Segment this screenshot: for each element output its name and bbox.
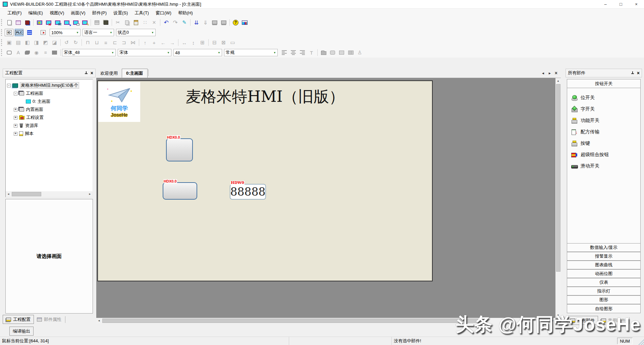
text-align-left-icon[interactable] — [280, 49, 289, 57]
tree-item-main-screen[interactable]: 0: 主画面 — [7, 97, 93, 106]
canvas-viewport[interactable]: 何同学 JoseHe 麦格米特HMI（旧版） HDX0.0 HDX0.0 HDW… — [96, 78, 561, 324]
minimize-button[interactable]: – — [598, 0, 613, 9]
ungroup-icon[interactable]: ▤ — [14, 39, 23, 47]
draw-text-icon[interactable]: A — [14, 49, 23, 57]
image-group-icon[interactable] — [328, 49, 337, 57]
delete-icon[interactable]: × — [150, 18, 159, 26]
tree-item-project-screens[interactable]: - 工程画面 — [7, 89, 93, 97]
pin-icon[interactable] — [631, 71, 634, 75]
section-indicator-lamp[interactable]: 指示灯 — [567, 287, 640, 295]
fit-size-icon[interactable]: ▭ — [228, 39, 237, 47]
expand-toggle-icon[interactable]: + — [14, 108, 17, 112]
tree-item-project-root[interactable]: - 麦格米特HMI旧.hmp{E:\0各个 — [7, 81, 93, 89]
show-id-button[interactable]: ID — [5, 29, 13, 36]
tab-scroll-right-icon[interactable]: ► — [548, 71, 551, 75]
text-align-right-icon[interactable] — [298, 49, 307, 57]
copy-icon[interactable] — [122, 18, 131, 26]
component-slide-switch[interactable]: 滑动开关 — [571, 160, 640, 172]
language-select[interactable]: 语言一 ▼ — [83, 29, 114, 36]
hmi-numeric-display[interactable]: HDW0 88888 — [230, 184, 266, 200]
close-button[interactable]: × — [629, 0, 644, 9]
download-icon[interactable]: ⇓ — [201, 18, 210, 26]
center-screen-icon[interactable]: + — [150, 39, 159, 47]
maximize-button[interactable]: □ — [613, 0, 629, 9]
component-word-switch[interactable]: 字开关 — [571, 104, 640, 115]
component-key[interactable]: 按键 — [571, 138, 640, 149]
list-view-icon[interactable] — [25, 28, 34, 37]
pin-icon[interactable] — [85, 71, 88, 75]
canvas-vertical-scrollbar[interactable]: ▲ ▼ — [555, 78, 561, 318]
menu-view[interactable]: 视图(V) — [46, 9, 67, 17]
new-project-icon[interactable] — [5, 18, 14, 26]
tree-item-scripts[interactable]: + 脚本 — [7, 130, 93, 138]
scrollbar-thumb[interactable] — [12, 192, 41, 196]
export-screen-icon[interactable]: ✎ — [80, 18, 89, 26]
close-panel-icon[interactable]: × — [637, 71, 640, 75]
text-align-center-icon[interactable] — [289, 49, 298, 57]
component-recipe-transfer[interactable]: 配方传输 — [571, 126, 640, 138]
scroll-up-icon[interactable]: ▲ — [555, 78, 561, 83]
resize-grip[interactable] — [638, 339, 644, 345]
table-icon[interactable] — [346, 49, 355, 57]
menu-project[interactable]: 工程(F) — [4, 9, 25, 17]
draw-line-icon[interactable]: ≡ — [41, 49, 50, 57]
rotate-right-icon[interactable]: ↻ — [71, 39, 80, 47]
section-button-switch[interactable]: 按钮开关 — [567, 79, 640, 88]
scrollbar-thumb[interactable] — [556, 84, 560, 272]
image-icon[interactable] — [337, 49, 346, 57]
toolbar-grip[interactable] — [1, 29, 3, 36]
combine-union-icon[interactable]: ◨ — [32, 39, 41, 47]
align-top-icon[interactable]: ⊓ — [83, 39, 92, 47]
font-preset-select[interactable]: 宋体_48 ▼ — [62, 49, 116, 56]
state-select[interactable]: 状态0 ▼ — [116, 29, 156, 36]
nudge-right-icon[interactable]: → — [168, 39, 177, 47]
toolbar-grip[interactable] — [1, 39, 3, 46]
component-function-switch[interactable]: 功能开关 — [571, 115, 640, 126]
section-animated-bitmap[interactable]: 动画位图 — [567, 269, 640, 278]
close-panel-icon[interactable]: × — [91, 71, 93, 75]
redo-icon[interactable]: ↷ — [171, 18, 180, 26]
screen-properties-icon[interactable] — [53, 18, 62, 26]
tab-welcome[interactable]: 欢迎使用 — [96, 69, 122, 78]
component-super-combo-button[interactable]: 超级组合按钮 — [571, 149, 640, 160]
nudge-left-icon[interactable]: ← — [159, 39, 168, 47]
group-icon[interactable]: ▣ — [5, 39, 14, 47]
scroll-left-icon[interactable]: ◄ — [6, 192, 11, 197]
rotate-left-icon[interactable]: ↺ — [62, 39, 71, 47]
same-width-icon[interactable]: ↔ — [180, 39, 189, 47]
grid-snap-icon[interactable] — [39, 28, 48, 37]
tree-horizontal-scrollbar[interactable]: ◄ ► — [6, 191, 93, 197]
section-chart-curve[interactable]: 图表曲线 — [567, 261, 640, 269]
menu-screen[interactable]: 画面(V) — [67, 9, 89, 17]
tree-item-resource-library[interactable]: + 资源库 — [7, 122, 93, 130]
library-folder-icon[interactable] — [319, 49, 328, 57]
menu-parts[interactable]: 部件(P) — [89, 9, 110, 17]
screen-manager-icon[interactable] — [71, 18, 80, 26]
menu-settings[interactable]: 设置(S) — [110, 9, 131, 17]
expand-toggle-icon[interactable]: + — [14, 124, 17, 128]
copy-screen-icon[interactable]: ↘ — [62, 18, 71, 26]
offline-simulate-icon[interactable] — [210, 18, 219, 26]
draw-rect-icon[interactable] — [5, 49, 14, 57]
combine-exclude-icon[interactable]: ◪ — [50, 39, 59, 47]
paste-icon[interactable] — [131, 18, 141, 26]
same-size-icon[interactable]: ⊞ — [198, 39, 207, 47]
tree-item-builtin-screens[interactable]: + 内置画面 — [7, 106, 93, 114]
section-graphics[interactable]: 图形 — [567, 295, 640, 304]
collapse-toggle-icon[interactable]: - — [14, 92, 17, 95]
v-spacing-icon[interactable]: ⊠ — [219, 39, 228, 47]
new-screen-icon[interactable]: ✱ — [35, 18, 44, 26]
nudge-up-icon[interactable]: ↑ — [141, 39, 150, 47]
component-bit-switch[interactable]: 位开关 — [571, 92, 640, 104]
online-simulate-icon[interactable] — [219, 18, 228, 26]
tab-main-screen[interactable]: 0:主画面 — [122, 69, 148, 78]
cut-icon[interactable]: ✂ — [113, 18, 122, 26]
menu-help[interactable]: 帮助(H) — [175, 9, 196, 17]
toolbar-grip[interactable] — [1, 49, 3, 56]
fill-color-icon[interactable] — [50, 49, 59, 57]
show-plc-address-button[interactable]: PLC — [15, 29, 23, 36]
text-format-icon[interactable]: T — [307, 49, 316, 57]
tab-compile-output[interactable]: 编译输出 — [9, 327, 34, 336]
scroll-right-icon[interactable]: ► — [87, 192, 93, 197]
align-bottom-icon[interactable]: ⊔ — [92, 39, 101, 47]
